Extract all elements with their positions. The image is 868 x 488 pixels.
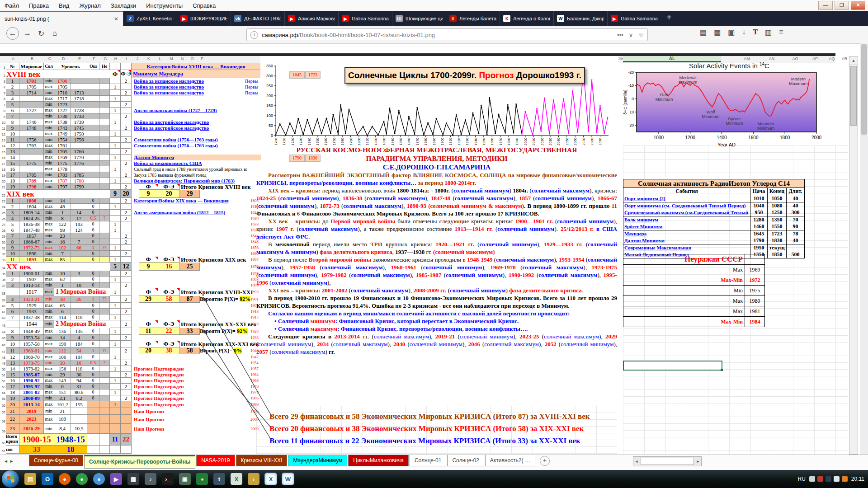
sheet-tab[interactable]: Солнце-01	[410, 455, 446, 466]
display-icon[interactable]: ▦	[127, 473, 139, 485]
forward-button[interactable]: →	[24, 29, 31, 38]
new-tab-button[interactable]: +	[661, 11, 677, 26]
browser-scrollbar[interactable]	[860, 43, 868, 470]
explorer-icon[interactable]: ▤	[24, 473, 36, 485]
phone-icon[interactable]: t	[213, 473, 225, 485]
cell: min	[44, 372, 54, 378]
hscroll-thumb[interactable]	[641, 458, 694, 465]
word-icon[interactable]: W	[282, 473, 294, 485]
back-button[interactable]: ←	[6, 27, 19, 40]
translate-icon[interactable]: T	[753, 28, 758, 37]
sidebar-icon[interactable]: ▦	[714, 28, 721, 37]
browser-tab[interactable]: КЛегенды балета	[446, 11, 500, 26]
urlbar-icon[interactable]: ☆	[638, 32, 644, 38]
sheet-tab[interactable]: ЦиклыМиланковича	[348, 455, 409, 466]
sheet-tab[interactable]: Кризисы VIII-XXI	[236, 455, 288, 466]
restore-button[interactable]: ❐	[835, 1, 849, 10]
pocket-icon[interactable]: ▣	[728, 28, 735, 37]
cell: min	[44, 102, 54, 108]
media-icon[interactable]: ▶	[110, 473, 122, 485]
volume-tray-icon[interactable]	[834, 476, 840, 482]
add-sheet-button[interactable]: +	[540, 456, 550, 466]
cell: min	[44, 125, 54, 131]
browser-tab[interactable]: ▶Galina Samarina -	[607, 11, 661, 26]
security-icon[interactable]: +	[196, 473, 208, 485]
device-icon[interactable]: ▣	[179, 473, 191, 485]
cell: max	[44, 84, 54, 90]
display-tray-icon[interactable]	[809, 476, 815, 482]
browser-tab[interactable]: ШШокирующие ци	[392, 11, 446, 26]
menu-item[interactable]: Правка	[29, 2, 49, 9]
green-app-icon[interactable]: ●	[76, 473, 88, 485]
sheet-tab[interactable]: NASA-2019	[196, 455, 235, 466]
urlbar-icon[interactable]: •••	[617, 32, 623, 38]
excel-icon[interactable]: X	[265, 473, 277, 485]
browser-tab[interactable]: ZZyXEL Keenetic O	[123, 11, 177, 26]
browser-tab[interactable]: WБаланчин, Джорд	[553, 11, 607, 26]
browser-tab[interactable]: КЛегенда о Колов	[500, 11, 553, 26]
minimize-button[interactable]: —	[818, 1, 833, 10]
browser-tab[interactable]: vkДЕ-ФАКТО | ВКон	[231, 11, 284, 26]
sheet-tab[interactable]: МаундераМинимум	[288, 455, 347, 466]
clock[interactable]: 20:11	[851, 476, 864, 482]
library-icon[interactable]: ▤	[700, 28, 707, 37]
menu-item[interactable]: Вид	[59, 2, 70, 9]
site-info-icon[interactable]: i	[250, 31, 258, 39]
sheet-tab[interactable]: Солнце-02	[447, 455, 484, 466]
row-number: 6	[0, 97, 5, 101]
sheet-tab[interactable]: Активность2( …	[485, 455, 535, 466]
reload-button[interactable]: ↻	[38, 29, 44, 38]
chrome-icon[interactable]: ●	[93, 473, 105, 485]
action-tray-icon[interactable]	[826, 476, 831, 482]
active-tab[interactable]: sun-krizis-01.png ( ✕	[0, 11, 123, 26]
download-icon[interactable]: ↓	[742, 28, 745, 37]
audio-icon[interactable]: ♪	[145, 473, 156, 485]
language-indicator[interactable]: RU	[798, 476, 806, 482]
cell	[121, 257, 132, 263]
cell	[110, 446, 121, 454]
menu-icon[interactable]: ≡	[779, 28, 783, 37]
home-button[interactable]: ⌂	[52, 29, 57, 38]
browser-tab[interactable]: ▶ШОКИРУЮЩИЕ	[177, 11, 231, 26]
sheet-nav-arrows[interactable]: ◄ ►	[4, 459, 14, 464]
firefox-icon[interactable]: ●	[59, 473, 71, 485]
cell: max	[44, 119, 54, 125]
sheet-tab[interactable]: Солнце-Фурье-00	[29, 455, 83, 466]
hscroll-right-icon[interactable]: ►	[695, 460, 701, 464]
terminal-icon[interactable]: ›_	[162, 473, 174, 485]
table-row: 60Всего кризи1900-151948-151122	[0, 434, 261, 446]
page-action-icons[interactable]: •••∨☆	[612, 32, 644, 38]
start-button[interactable]	[2, 470, 19, 488]
row-number: 39	[0, 298, 5, 302]
browser-tab[interactable]: ▶Алисия Маркова	[284, 11, 338, 26]
c14-cell: Spörer Минимум	[623, 223, 750, 230]
send-icon[interactable]: ›	[248, 473, 259, 485]
excel-doc-icon[interactable]: X	[231, 473, 242, 485]
row-note: Категория:Войны XIX века — Википедия	[134, 198, 247, 204]
hscroll-left-icon[interactable]: ◄	[633, 460, 640, 464]
svg-text:1960: 1960	[490, 138, 494, 145]
menu-item[interactable]: Закладки	[111, 2, 136, 9]
menu-item[interactable]: Файл	[5, 2, 19, 9]
sheet-tab[interactable]: Солнце-Кризисы-Перевороты-Войны	[84, 455, 195, 469]
crop-title-label: Неуражаи СССР	[623, 254, 745, 265]
outlook-icon[interactable]: O	[42, 473, 53, 485]
sheet-vscrollbar[interactable]: ▲	[849, 56, 858, 455]
urlbar-icon[interactable]: ∨	[629, 32, 633, 38]
browser-tab[interactable]: ▶Galina Samarina -	[338, 11, 392, 26]
update-tray-icon[interactable]	[842, 476, 848, 482]
menu-item[interactable]: Справка	[193, 2, 216, 9]
menu-item[interactable]: Инструменты	[146, 2, 183, 9]
cell: 0	[87, 251, 99, 257]
svg-text:1780: 1780	[340, 138, 344, 145]
row-number: 2	[0, 74, 5, 78]
close-button[interactable]: ✕	[851, 1, 865, 10]
cell: 5	[110, 263, 121, 271]
url-bar[interactable]: i самарина.рф /Book/book-08-html/book-10…	[246, 28, 648, 41]
sheet-hscrollbar[interactable]: ◄►	[633, 456, 702, 466]
table-row: 531714min171017132Война за испанское нас…	[0, 90, 261, 96]
reading-list-icon[interactable]: ▥	[765, 28, 772, 37]
tab-close-icon[interactable]: ✕	[114, 16, 118, 22]
flag-tray-icon[interactable]	[817, 476, 823, 482]
menu-item[interactable]: Журнал	[79, 2, 100, 9]
